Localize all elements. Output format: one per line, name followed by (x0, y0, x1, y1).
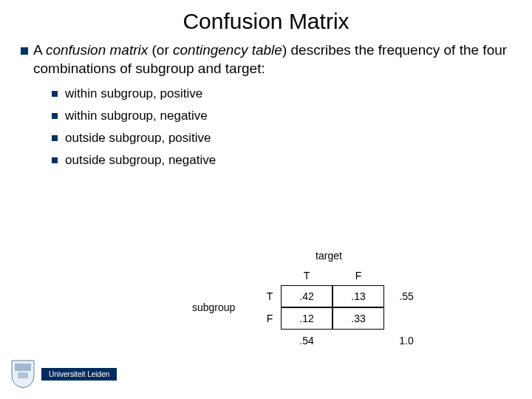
bullet-text: outside subgroup, positive (65, 131, 211, 146)
bullet-square-icon (21, 47, 28, 55)
list-item: within subgroup, negative (52, 109, 516, 123)
svg-rect-0 (15, 364, 31, 371)
bullet-square-icon (52, 91, 58, 97)
bullet-text: within subgroup, positive (65, 86, 202, 101)
marginal-row1: .55 (384, 290, 429, 302)
row-header-F: F (259, 313, 281, 324)
cell-FF: .33 (332, 307, 384, 330)
col-header-F: F (332, 270, 384, 282)
cell-TF: .13 (332, 285, 384, 307)
bullet-text: outside subgroup, negative (65, 153, 216, 168)
bullet-square-icon (52, 113, 58, 119)
sub-bullet-list: within subgroup, positive within subgrou… (21, 78, 516, 168)
bullet-square-icon (52, 135, 58, 141)
target-axis-label: target (273, 250, 384, 262)
slide-title: Confusion Matrix (0, 0, 532, 41)
term-confusion-matrix: confusion matrix (46, 42, 148, 58)
col-header-T: T (281, 270, 332, 282)
slide-body: A confusion matrix (or contingency table… (0, 41, 532, 168)
row-header-T: T (259, 290, 281, 302)
t: (or (148, 42, 173, 58)
list-item: within subgroup, positive (52, 86, 516, 101)
grand-total: 1.0 (384, 335, 429, 347)
bullet-square-icon (52, 157, 58, 163)
intro-text: A confusion matrix (or contingency table… (33, 41, 516, 78)
marginal-col1: .54 (281, 335, 332, 347)
bullet-text: within subgroup, negative (65, 109, 208, 123)
university-crest-icon (10, 359, 35, 389)
subgroup-axis-label: subgroup (192, 301, 259, 313)
main-bullet: A confusion matrix (or contingency table… (21, 41, 516, 78)
t: A (33, 42, 46, 58)
footer-logo: Universiteit Leiden (10, 359, 117, 389)
cell-FT: .12 (281, 307, 332, 330)
svg-rect-1 (18, 372, 28, 378)
university-name: Universiteit Leiden (41, 368, 117, 381)
list-item: outside subgroup, positive (52, 131, 516, 146)
cell-TT: .42 (281, 285, 332, 307)
term-contingency-table: contingency table (173, 42, 282, 58)
list-item: outside subgroup, negative (52, 153, 516, 168)
confusion-table: target T F subgroup T F .42 .13 .12 .33 … (192, 250, 429, 352)
